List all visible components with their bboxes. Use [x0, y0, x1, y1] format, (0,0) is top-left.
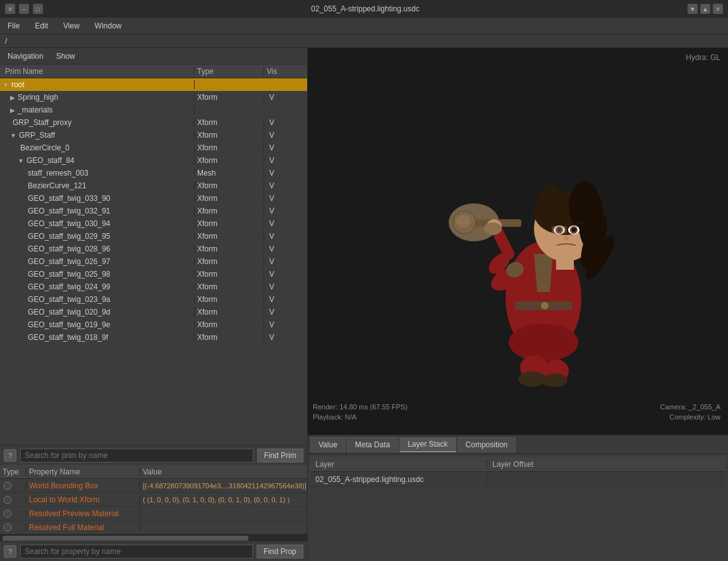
- tree-row[interactable]: GEO_staff_twig_018_9f Xform V: [0, 331, 307, 344]
- property-header: Type Property Name Value: [0, 465, 307, 479]
- find-prop-button[interactable]: Find Prop: [257, 545, 303, 558]
- tree-row[interactable]: staff_remesh_003 Mesh V: [0, 167, 307, 179]
- svg-point-15: [537, 184, 562, 229]
- tree-row[interactable]: GEO_staff_twig_023_9a Xform V: [0, 293, 307, 306]
- expand-arrow[interactable]: ▶: [10, 94, 15, 101]
- tree-row[interactable]: GEO_staff_twig_029_95 Xform V: [0, 230, 307, 243]
- menubar: File Edit View Window: [0, 18, 728, 34]
- prop-cell-name: Local to World Xform: [27, 495, 140, 504]
- tree-row[interactable]: ▼ GEO_staff_84 Xform V: [0, 154, 307, 167]
- property-row[interactable]: ○ Resolved Preview Material: [0, 507, 307, 521]
- camera-info: Camera: _2_055_AComplexity: Low: [660, 402, 720, 422]
- prop-cell-name: Resolved Full Material: [27, 523, 140, 532]
- minimize-icon[interactable]: –: [19, 4, 29, 14]
- tree-cell-type: Xform: [195, 207, 264, 215]
- tree-cell-vis: V: [264, 333, 292, 342]
- col-prim-name: Prim Name: [0, 67, 195, 76]
- find-prim-button[interactable]: Find Prim: [257, 449, 303, 462]
- tree-row[interactable]: ▼ GRP_Staff Xform V: [0, 129, 307, 142]
- svg-point-4: [456, 215, 471, 227]
- tree-cell-vis: V: [264, 219, 292, 228]
- prop-cell-value: ( (1, 0, 0, 0), (0, 1, 0, 0), (0, 0, 1, …: [140, 496, 307, 504]
- tree-row[interactable]: ▼ root: [0, 78, 307, 91]
- prop-search-input[interactable]: [20, 545, 253, 558]
- tab-metadata[interactable]: Meta Data: [347, 437, 398, 452]
- prim-help-button[interactable]: ?: [4, 449, 16, 462]
- prim-name: staff_remesh_003: [28, 169, 88, 178]
- property-scrollbar[interactable]: [0, 534, 307, 541]
- expand-arrow[interactable]: ▼: [18, 157, 24, 164]
- prop-help-button[interactable]: ?: [4, 545, 16, 558]
- prop-icon: ○: [4, 482, 11, 490]
- prim-name: GEO_staff_twig_030_94: [28, 219, 111, 228]
- tree-row[interactable]: GEO_staff_twig_030_94 Xform V: [0, 217, 307, 230]
- tab-value[interactable]: Value: [310, 437, 346, 452]
- tree-cell-name: ▶ _materials: [0, 106, 195, 114]
- menu-view[interactable]: View: [61, 20, 82, 32]
- tree-row[interactable]: ▶ Spring_high Xform V: [0, 91, 307, 104]
- tree-row[interactable]: BezierCircle_0 Xform V: [0, 142, 307, 154]
- tree-cell-type: Xform: [195, 295, 264, 304]
- tree-cell-type: Xform: [195, 270, 264, 279]
- tree-cell-name: ▼ GEO_staff_84: [0, 156, 195, 165]
- layer-stack-content: Layer Layer Offset 02_055_A-stripped.lig…: [308, 454, 728, 561]
- tree-row[interactable]: GEO_staff_twig_032_91 Xform V: [0, 205, 307, 217]
- nav-tab-show[interactable]: Show: [54, 51, 78, 62]
- property-row[interactable]: ○ Resolved Full Material: [0, 521, 307, 534]
- tree-cell-vis: V: [264, 156, 292, 165]
- tab-composition[interactable]: Composition: [458, 437, 516, 452]
- layer-stack-row: 02_055_A-stripped.lighting.usdc: [310, 472, 725, 487]
- tree-cell-type: Xform: [195, 93, 264, 102]
- tree-cell-name: GEO_staff_twig_018_9f: [0, 333, 195, 342]
- tree-row[interactable]: GRP_Staff_proxy Xform V: [0, 116, 307, 129]
- tree-cell-name: GEO_staff_twig_028_96: [0, 244, 195, 253]
- tree-row[interactable]: BezierCurve_121 Xform V: [0, 179, 307, 192]
- menu-file[interactable]: File: [5, 20, 22, 32]
- tree-cell-vis: V: [264, 194, 292, 203]
- tree-cell-name: GEO_staff_twig_029_95: [0, 232, 195, 241]
- menu-edit[interactable]: Edit: [32, 20, 51, 32]
- maximize-control[interactable]: ▲: [700, 4, 710, 14]
- prop-search-bar: ? Find Prop: [0, 541, 307, 561]
- expand-arrow[interactable]: ▼: [3, 81, 9, 88]
- prop-cell-type: ○: [0, 510, 27, 517]
- tree-row[interactable]: GEO_staff_twig_024_99 Xform V: [0, 280, 307, 293]
- tree-row[interactable]: GEO_staff_twig_019_9e Xform V: [0, 318, 307, 331]
- minimize-control[interactable]: ▼: [688, 4, 698, 14]
- ls-col-offset: Layer Offset: [487, 460, 725, 469]
- tree-row[interactable]: GEO_staff_twig_020_9d Xform V: [0, 306, 307, 318]
- nav-tab-navigation[interactable]: Navigation: [5, 51, 46, 62]
- property-row[interactable]: ○ Local to World Xform ( (1, 0, 0, 0), (…: [0, 493, 307, 507]
- tree-row[interactable]: GEO_staff_twig_033_90 Xform V: [0, 192, 307, 205]
- render-info: Render: 14.80 ms (67.55 FPS) Playback: N…: [313, 402, 408, 422]
- left-panel: Navigation Show Prim Name Type Vis ▼ roo…: [0, 48, 308, 561]
- tree-row[interactable]: ▶ _materials: [0, 104, 307, 116]
- expand-arrow[interactable]: ▶: [10, 107, 15, 114]
- close-icon[interactable]: ✕: [5, 4, 15, 14]
- expand-arrow[interactable]: ▼: [10, 132, 16, 139]
- prop-cell-type: ○: [0, 496, 27, 504]
- tree-row[interactable]: GEO_staff_twig_026_97 Xform V: [0, 255, 307, 268]
- prim-name: GEO_staff_twig_019_9e: [28, 320, 111, 329]
- tree-cell-type: Xform: [195, 282, 264, 291]
- tree-cell-type: Xform: [195, 333, 264, 342]
- tree-row[interactable]: GEO_staff_twig_025_98 Xform V: [0, 268, 307, 280]
- prim-tree[interactable]: ▼ root ▶ Spring_high Xform V ▶ _material…: [0, 78, 307, 445]
- menu-window[interactable]: Window: [92, 20, 124, 32]
- tab-layer-stack[interactable]: Layer Stack: [399, 437, 456, 452]
- property-scrollbar-thumb[interactable]: [3, 536, 248, 541]
- right-panel: Hydra: GL: [308, 48, 728, 561]
- close-control[interactable]: ✕: [713, 4, 723, 14]
- tree-cell-name: GEO_staff_twig_024_99: [0, 282, 195, 291]
- col-vis: Vis: [264, 67, 292, 76]
- tree-cell-type: Xform: [195, 308, 264, 317]
- tree-cell-name: BezierCurve_121: [0, 181, 195, 190]
- svg-point-32: [518, 371, 546, 387]
- tree-row[interactable]: GEO_staff_twig_028_96 Xform V: [0, 243, 307, 255]
- property-row[interactable]: ○ World Bounding Box [(-4.68728073909170…: [0, 479, 307, 493]
- maximize-icon[interactable]: □: [33, 4, 43, 14]
- prim-search-input[interactable]: [20, 449, 253, 462]
- tree-cell-type: Xform: [195, 257, 264, 266]
- prop-col-type: Type: [0, 468, 27, 476]
- tree-cell-type: Xform: [195, 244, 264, 253]
